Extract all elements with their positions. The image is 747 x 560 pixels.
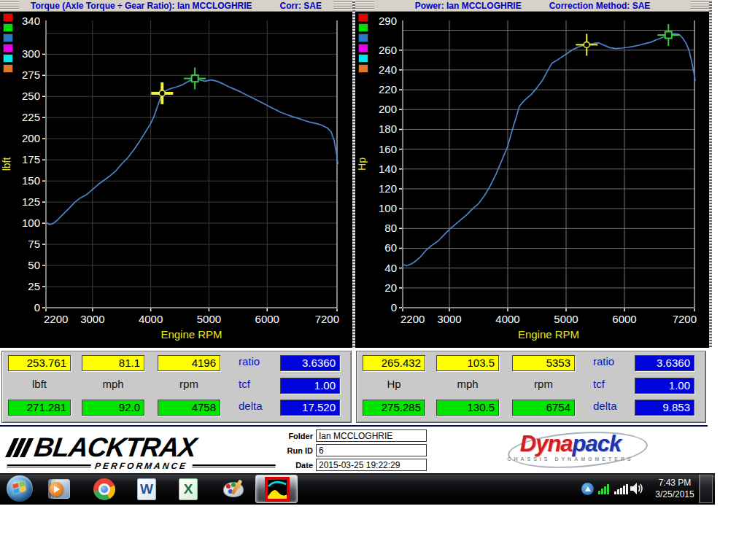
logo-rule: [192, 464, 276, 467]
clock-time: 7:43 PM: [651, 477, 698, 489]
gripper-handle[interactable]: [0, 1, 19, 9]
cursor-marker[interactable]: [151, 82, 173, 104]
delta-label: delta: [593, 400, 631, 412]
svg-text:340: 340: [22, 15, 40, 27]
dyno-app-taskbar-button[interactable]: [255, 475, 298, 503]
excel-icon[interactable]: X: [177, 478, 200, 501]
power-curve: [403, 34, 695, 265]
torque-title-bar: Torque (Axle Torque ÷ Gear Ratio): Ian M…: [0, 0, 352, 12]
ratio-label: ratio: [239, 355, 276, 368]
torque-plot[interactable]: 0255075100125150175200225250275300340220…: [0, 12, 352, 348]
svg-text:6000: 6000: [612, 313, 636, 325]
clock-date: 3/25/2015: [651, 489, 698, 500]
svg-text:50: 50: [28, 259, 40, 271]
cursor-marker[interactable]: [576, 34, 597, 55]
peak-rpm-value: 4758: [158, 400, 220, 416]
media-player-icon[interactable]: [47, 478, 71, 501]
svg-text:220: 220: [379, 83, 397, 96]
torque-chart-title: Torque (Axle Torque ÷ Gear Ratio): Ian M…: [31, 1, 252, 11]
peak-marker[interactable]: [184, 68, 206, 90]
cursor-rpm-value: 4196: [158, 355, 220, 371]
svg-text:25: 25: [28, 280, 40, 292]
gripper-handle[interactable]: [333, 1, 352, 9]
power-chart-title: Power: Ian MCCLOGHRIE: [415, 1, 522, 11]
gripper-handle[interactable]: [355, 1, 374, 9]
taskbar-clock[interactable]: 7:43 PM 3/25/2015: [651, 477, 698, 500]
desktop-screenshot: Torque (Axle Torque ÷ Gear Ratio): Ian M…: [0, 0, 747, 560]
blacktrax-wordmark: BLACKTRAX: [33, 436, 198, 459]
cursor-power-value: 265.432: [363, 355, 425, 371]
cursor-rpm-value: 5353: [512, 355, 575, 371]
word-icon[interactable]: W: [135, 478, 158, 501]
ratio-value: 3.6360: [635, 355, 694, 371]
dynapack-wordmark-blue: pack: [573, 431, 622, 456]
chrome-icon[interactable]: [93, 478, 116, 501]
svg-text:175: 175: [22, 153, 40, 166]
date-field[interactable]: [316, 459, 427, 471]
torque-readout-panel: 253.761 81.1 4196 ratio 3.6360 lbft mph …: [1, 351, 352, 423]
power-chart-panel: Power: Ian MCCLOGHRIE Correction Method:…: [355, 0, 710, 348]
svg-text:300: 300: [22, 47, 40, 60]
peak-torque-value: 271.281: [8, 400, 71, 416]
volume-icon[interactable]: [630, 483, 645, 494]
cursor-torque-value: 253.761: [8, 355, 71, 371]
dynapack-wordmark-red: Dyna: [520, 431, 573, 456]
show-desktop-button[interactable]: [699, 475, 713, 503]
logo-rule: [7, 464, 90, 467]
unit-label-mph: mph: [82, 378, 144, 390]
folder-field[interactable]: [316, 429, 427, 442]
blacktrax-logo: BLACKTRAX PERFORMANCE: [7, 436, 280, 471]
delta-value: 9.853: [635, 400, 694, 416]
panel-splitter[interactable]: [709, 0, 712, 348]
svg-text:3000: 3000: [80, 313, 104, 325]
svg-text:5000: 5000: [554, 313, 578, 325]
gripper-handle[interactable]: [691, 1, 710, 9]
gridlines: [403, 20, 694, 308]
dynapack-logo: Dynapack CHASSIS DYNAMOMETERS: [483, 430, 658, 471]
blacktrax-slashes-mark: [8, 438, 33, 457]
svg-text:200: 200: [379, 103, 397, 115]
delta-value: 17.520: [280, 400, 340, 416]
cursor-speed-value: 103.5: [436, 355, 499, 371]
section-divider: [0, 425, 708, 427]
svg-text:160: 160: [379, 143, 397, 155]
tray-signal-icon[interactable]: [598, 483, 609, 494]
network-strength-icon[interactable]: [614, 483, 628, 494]
dyno-app-icon: [265, 477, 290, 502]
tcf-value: 1.00: [280, 378, 340, 394]
svg-text:5000: 5000: [197, 313, 221, 325]
svg-text:100: 100: [22, 217, 40, 229]
peak-power-value: 275.285: [363, 400, 425, 416]
torque-chart-area: 0255075100125150175200225250275300340220…: [0, 12, 352, 348]
footer-strip: BLACKTRAX PERFORMANCE Folder Run ID Date: [0, 429, 715, 472]
run-id-field[interactable]: [316, 444, 427, 456]
svg-text:Engine RPM: Engine RPM: [518, 328, 579, 341]
power-title-bar: Power: Ian MCCLOGHRIE Correction Method:…: [355, 0, 710, 12]
tick-labels: 0255075100125150175200225250275300340220…: [22, 15, 339, 325]
delta-label: delta: [239, 400, 276, 412]
ratio-value: 3.6360: [280, 355, 340, 371]
run-info-fields: Folder Run ID Date: [279, 429, 429, 473]
svg-text:lbft: lbft: [1, 158, 12, 171]
svg-text:275: 275: [22, 69, 40, 81]
svg-text:200: 200: [22, 132, 40, 144]
tray-utility-icon[interactable]: [581, 483, 594, 495]
svg-text:60: 60: [384, 241, 397, 254]
unit-label-hp: Hp: [363, 378, 425, 390]
svg-text:3000: 3000: [437, 313, 461, 325]
svg-text:290: 290: [379, 15, 397, 27]
start-button[interactable]: [7, 475, 33, 502]
paint-icon[interactable]: [222, 478, 246, 501]
svg-text:7200: 7200: [673, 313, 697, 325]
power-plot[interactable]: 0204060801001201401601802002202402602902…: [355, 12, 710, 348]
svg-text:4000: 4000: [139, 313, 163, 325]
svg-text:2200: 2200: [44, 313, 68, 325]
run-id-label: Run ID: [279, 446, 313, 455]
unit-label-rpm: rpm: [512, 378, 575, 390]
svg-text:80: 80: [384, 222, 397, 234]
peak-marker[interactable]: [657, 24, 679, 46]
cursor-speed-value: 81.1: [82, 355, 144, 371]
torque-correction-label: Corr: SAE: [280, 1, 322, 11]
tcf-value: 1.00: [635, 378, 694, 394]
axes: [46, 20, 337, 308]
